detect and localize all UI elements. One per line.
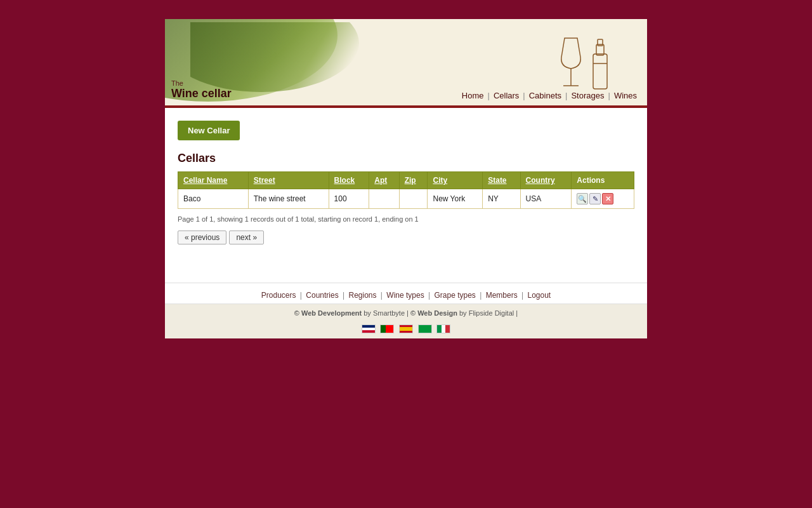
- svg-rect-2: [593, 54, 607, 89]
- nav-wines[interactable]: Wines: [610, 91, 641, 100]
- footer-separator: |: [379, 291, 385, 300]
- prev-button[interactable]: « previous: [178, 231, 226, 244]
- nav-storages[interactable]: Storages: [567, 91, 608, 100]
- cell-5: New York: [428, 189, 483, 209]
- section-title: Cellars: [178, 152, 634, 165]
- web-dev-label: © Web Development: [294, 309, 362, 317]
- cell-4: [399, 189, 428, 209]
- th-state-link[interactable]: State: [488, 176, 506, 185]
- th-country-link[interactable]: Country: [526, 176, 555, 185]
- brand: The Wine cellar: [171, 79, 232, 100]
- table-row: BacoThe wine street100New YorkNYUSA🔍✎✕: [178, 189, 634, 209]
- nav-cellars[interactable]: Cellars: [490, 91, 523, 100]
- header-line: [165, 105, 647, 107]
- pagination-buttons: « previous next »: [178, 231, 634, 244]
- th-actions: Actions: [572, 172, 634, 189]
- page-container: The Wine cellar Home | Cellars | Cabinet…: [165, 19, 647, 338]
- footer-credit: © Web Development by Smartbyte | © Web D…: [165, 304, 647, 321]
- nav-home[interactable]: Home: [458, 91, 488, 100]
- view-icon[interactable]: 🔍: [577, 193, 588, 204]
- cellars-table: Cellar Name Street Block Apt Zip City St…: [178, 171, 634, 209]
- new-cellar-button[interactable]: New Cellar: [178, 121, 240, 140]
- th-block: Block: [329, 172, 369, 189]
- footer-separator: |: [341, 291, 347, 300]
- footer-link-members[interactable]: Members: [486, 291, 518, 300]
- main-nav: Home | Cellars | Cabinets | Storages | W…: [458, 91, 641, 100]
- by-flipside: by Flipside Digital: [457, 309, 514, 317]
- footer-links: Producers | Countries | Regions | Wine t…: [165, 283, 647, 304]
- th-apt-link[interactable]: Apt: [374, 176, 387, 185]
- nav-cabinets[interactable]: Cabinets: [525, 91, 565, 100]
- flag-uk[interactable]: [362, 324, 376, 333]
- cell-7: USA: [520, 189, 572, 209]
- pagination-info: Page 1 of 1, showing 1 records out of 1 …: [178, 215, 634, 223]
- content-area: New Cellar Cellars Cellar Name Street Bl…: [165, 108, 647, 276]
- delete-icon[interactable]: ✕: [602, 193, 613, 204]
- footer-flags: [165, 321, 647, 338]
- th-block-link[interactable]: Block: [334, 176, 355, 185]
- footer-separator: |: [478, 291, 484, 300]
- th-cellar-name-link[interactable]: Cellar Name: [183, 176, 227, 185]
- th-apt: Apt: [369, 172, 399, 189]
- header: The Wine cellar Home | Cellars | Cabinet…: [165, 19, 647, 108]
- cell-1: The wine street: [248, 189, 329, 209]
- cell-0: Baco: [178, 189, 249, 209]
- footer-link-regions[interactable]: Regions: [348, 291, 376, 300]
- th-state: State: [483, 172, 520, 189]
- flag-es[interactable]: [399, 324, 413, 333]
- footer-link-producers[interactable]: Producers: [261, 291, 296, 300]
- brand-name: Wine cellar: [171, 87, 232, 100]
- th-street-link[interactable]: Street: [254, 176, 275, 185]
- th-street: Street: [248, 172, 329, 189]
- flag-it[interactable]: [436, 324, 450, 333]
- credit-separator: |: [405, 309, 410, 317]
- cell-2: 100: [329, 189, 369, 209]
- footer-links-span: Producers | Countries | Regions | Wine t…: [261, 291, 551, 300]
- th-city-link[interactable]: City: [433, 176, 447, 185]
- next-button[interactable]: next »: [229, 231, 264, 244]
- by-smartbyte: by Smartbyte: [362, 309, 405, 317]
- credit-pipe: |: [514, 309, 518, 317]
- cell-3: [369, 189, 399, 209]
- table-header-row: Cellar Name Street Block Apt Zip City St…: [178, 172, 634, 189]
- flag-pt[interactable]: [380, 324, 394, 333]
- web-design-label: © Web Design: [410, 309, 457, 317]
- th-zip-link[interactable]: Zip: [405, 176, 416, 185]
- th-city: City: [428, 172, 483, 189]
- edit-icon[interactable]: ✎: [589, 193, 601, 204]
- th-country: Country: [520, 172, 572, 189]
- footer-separator: |: [520, 291, 526, 300]
- footer-separator: |: [426, 291, 433, 300]
- table-body: BacoThe wine street100New YorkNYUSA🔍✎✕: [178, 189, 634, 209]
- th-zip: Zip: [399, 172, 428, 189]
- footer-link-logout[interactable]: Logout: [527, 291, 551, 300]
- th-cellar-name: Cellar Name: [178, 172, 249, 189]
- brand-the: The: [171, 79, 232, 87]
- footer-link-wine-types[interactable]: Wine types: [386, 291, 424, 300]
- flag-br[interactable]: [418, 324, 432, 333]
- cell-6: NY: [483, 189, 520, 209]
- footer-link-countries[interactable]: Countries: [306, 291, 338, 300]
- footer-separator: |: [298, 291, 304, 300]
- cell-actions: 🔍✎✕: [572, 189, 634, 209]
- footer-link-grape-types[interactable]: Grape types: [434, 291, 475, 300]
